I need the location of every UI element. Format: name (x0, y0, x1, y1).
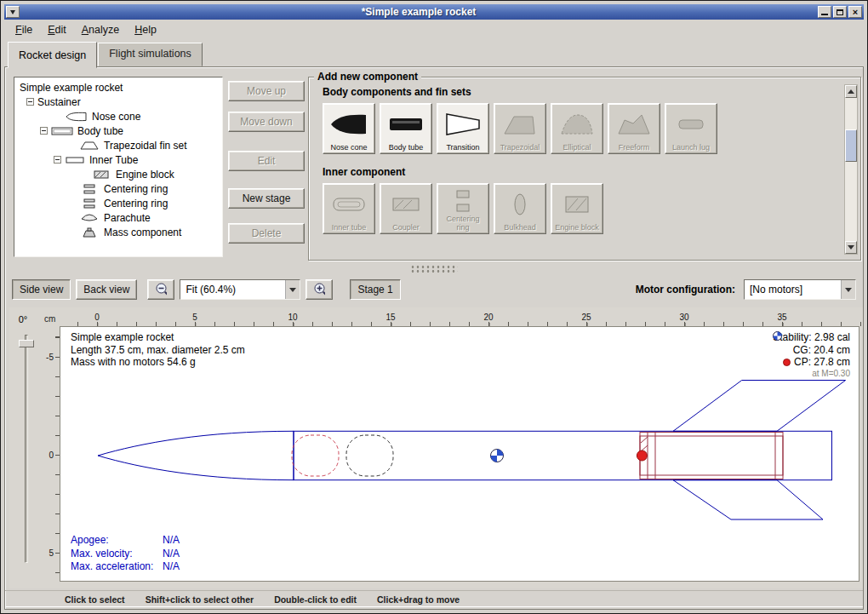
nose-cone-icon (66, 112, 88, 122)
cp-legend-icon (783, 359, 791, 366)
side-view-button[interactable]: Side view (12, 279, 71, 300)
tree-item-centering-ring-1[interactable]: Centering ring (18, 181, 222, 196)
collapse-icon[interactable] (26, 98, 34, 106)
tree-item-mass-component[interactable]: Mass component (18, 225, 222, 239)
component-button-label: Launch lug (672, 144, 710, 152)
motor-configuration-select[interactable]: [No motors] (744, 279, 856, 300)
minimize-button[interactable] (818, 6, 831, 18)
tree-item-fin-set[interactable]: Trapezoidal fin set (18, 138, 222, 152)
panel-splitter[interactable] (5, 263, 863, 275)
zoom-select[interactable]: Fit (60.4%) (180, 279, 300, 300)
stage-1-toggle[interactable]: Stage 1 (350, 279, 400, 300)
tree-item-label: Inner Tube (89, 154, 138, 166)
add-centering-ring-button[interactable]: Centering ring (437, 183, 489, 234)
ruler-label: 25 (581, 313, 591, 322)
add-inner-tube-button[interactable]: Inner tube (323, 183, 375, 234)
centering-ring-icon (443, 186, 483, 215)
add-nose-cone-button[interactable]: Nose cone (323, 103, 375, 154)
vertical-ruler: -5 0 5 (39, 326, 60, 582)
lower-fin-shape[interactable] (673, 480, 823, 519)
component-scrollbar[interactable] (844, 84, 858, 255)
mass-component-icon (79, 227, 100, 238)
motor-configuration-label: Motor configuration: (636, 284, 735, 296)
menu-edit[interactable]: Edit (40, 20, 74, 39)
add-body-tube-button[interactable]: Body tube (380, 103, 432, 154)
add-trapezoidal-fin-button[interactable]: Trapezoidal (494, 103, 546, 154)
scroll-down-button[interactable] (845, 241, 857, 254)
tree-item-inner-tube[interactable]: Inner Tube (18, 152, 222, 167)
tree-item-centering-ring-2[interactable]: Centering ring (18, 196, 222, 210)
coupler-icon (386, 186, 425, 224)
ruler-label: 35 (777, 313, 786, 322)
window-menu-icon[interactable] (6, 6, 20, 18)
nose-cone-shape[interactable] (98, 431, 294, 479)
collapse-icon[interactable] (54, 156, 61, 164)
zoom-in-icon (313, 282, 325, 297)
tree-item-rocket[interactable]: Simple example rocket (18, 80, 222, 95)
menu-analyze[interactable]: Analyze (74, 20, 127, 39)
collapse-icon[interactable] (40, 127, 48, 135)
tab-rocket-design[interactable]: Rocket design (8, 42, 97, 68)
motor-configuration-value: [No motors] (745, 284, 841, 296)
window-title: *Simple example rocket (20, 6, 818, 18)
new-stage-button[interactable]: New stage (228, 188, 305, 209)
rotation-slider-thumb[interactable] (19, 340, 34, 347)
scroll-up-button[interactable] (845, 85, 857, 98)
scrollbar-thumb[interactable] (845, 129, 857, 162)
rotation-slider[interactable] (25, 335, 28, 563)
inner-component-buttons: Inner tube Coupler Centering ring Bulkhe… (323, 183, 860, 234)
tree-item-label: Body tube (77, 125, 123, 137)
chevron-down-icon[interactable] (841, 280, 855, 299)
component-tree[interactable]: Simple example rocket Sustainer Nose con… (14, 77, 223, 257)
freeform-fin-icon (614, 106, 654, 144)
tree-item-body-tube[interactable]: Body tube (18, 123, 222, 138)
delete-button[interactable]: Delete (228, 223, 305, 244)
rocket-figure[interactable]: Simple example rocket Length 37.5 cm, ma… (60, 326, 859, 582)
add-launch-lug-button[interactable]: Launch lug (665, 103, 717, 154)
add-coupler-button[interactable]: Coupler (380, 183, 432, 234)
chevron-down-icon[interactable] (285, 280, 300, 299)
add-transition-button[interactable]: Transition (437, 103, 489, 154)
zoom-out-button[interactable] (147, 279, 174, 300)
ruler-label: 0 (94, 313, 100, 322)
ruler-label: 10 (288, 313, 297, 322)
minimize-icon (821, 14, 828, 15)
back-view-button[interactable]: Back view (76, 279, 137, 300)
engine-block-shape[interactable] (641, 437, 648, 443)
add-bulkhead-button[interactable]: Bulkhead (494, 183, 546, 234)
tree-item-parachute[interactable]: Parachute (18, 210, 222, 225)
body-tube-shape[interactable] (294, 431, 832, 479)
add-elliptical-fin-button[interactable]: Elliptical (551, 103, 603, 154)
tree-item-label: Centering ring (104, 198, 168, 209)
centering-ring-span-shape[interactable] (640, 433, 783, 479)
upper-fin-shape[interactable] (673, 381, 846, 432)
parachute-shape[interactable] (292, 435, 339, 476)
maximize-button[interactable] (833, 6, 847, 18)
ruler-label: 0 (49, 450, 54, 460)
zoom-in-button[interactable] (306, 279, 333, 300)
component-button-label: Bulkhead (504, 224, 536, 232)
close-button[interactable]: × (848, 6, 862, 18)
move-down-button[interactable]: Move down (228, 112, 305, 132)
move-up-button[interactable]: Move up (228, 81, 305, 101)
stability-value: Stability: 2.98 cal (773, 331, 850, 344)
inner-tube-shape[interactable] (640, 436, 783, 475)
add-freeform-fin-button[interactable]: Freeform (608, 103, 660, 154)
body-component-buttons: Nose cone Body tube Transition Trapezoid… (323, 103, 860, 154)
zoom-value: Fit (60.4%) (180, 284, 285, 296)
edit-button[interactable]: Edit (228, 151, 305, 171)
tree-item-label: Engine block (116, 169, 174, 181)
inner-component-label: Inner component (323, 166, 860, 178)
rotation-value: 0° (12, 314, 34, 324)
add-engine-block-button[interactable]: Engine block (551, 183, 603, 234)
launch-lug-icon (671, 106, 711, 144)
tree-item-engine-block[interactable]: Engine block (18, 167, 222, 181)
menu-help[interactable]: Help (127, 20, 164, 39)
tree-item-nose-cone[interactable]: Nose cone (18, 109, 222, 123)
engine-block-icon (557, 186, 597, 224)
mass-component-shape[interactable] (346, 435, 393, 476)
tab-flight-simulations[interactable]: Flight simulations (98, 43, 203, 66)
menu-file[interactable]: File (8, 20, 40, 39)
titlebar[interactable]: *Simple example rocket × (4, 4, 864, 20)
tree-item-sustainer[interactable]: Sustainer (18, 95, 222, 109)
